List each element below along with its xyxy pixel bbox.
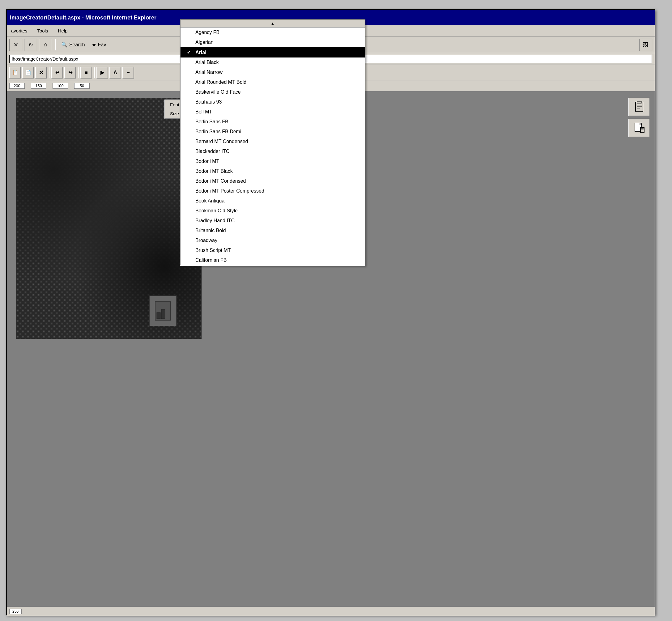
- font-item-broadway[interactable]: Broadway: [180, 236, 365, 245]
- font-item-britannic[interactable]: Britannic Bold: [180, 225, 365, 236]
- font-name-bauhaus: Bauhaus 93: [195, 99, 222, 105]
- redo-btn[interactable]: ↪: [64, 67, 76, 79]
- font-item-bell-mt[interactable]: Bell MT: [180, 107, 365, 117]
- font-label: Font: [170, 102, 179, 107]
- font-name-baskerville: Baskerville Old Face: [195, 89, 241, 95]
- font-item-bernard-mt[interactable]: Bernard MT Condensed: [180, 137, 365, 147]
- copy-btn[interactable]: 📋: [9, 67, 21, 79]
- font-name-bookman: Bookman Old Style: [195, 208, 238, 214]
- font-name-agency-fb: Agency FB: [195, 30, 219, 35]
- font-item-baskerville[interactable]: Baskerville Old Face: [180, 87, 365, 97]
- delete-btn[interactable]: ✕: [35, 67, 47, 79]
- font-name-berlin-sans-fb-demi: Berlin Sans FB Demi: [195, 129, 241, 134]
- font-item-brush-script[interactable]: Brush Script MT: [180, 245, 365, 255]
- thumbnail-icon: [154, 300, 172, 322]
- ruler-mark-100: 100: [52, 83, 68, 89]
- font-name-bodoni-mt-poster: Bodoni MT Poster Compressed: [195, 188, 264, 194]
- font-name-berlin-sans-fb: Berlin Sans FB: [195, 119, 228, 125]
- font-name-arial: Arial: [195, 50, 207, 55]
- font-name-bell-mt: Bell MT: [195, 109, 212, 115]
- doc-icon: [633, 122, 645, 134]
- minus-btn[interactable]: −: [122, 67, 134, 79]
- font-check-arial: ✓: [187, 49, 193, 55]
- scroll-up-icon: ▲: [270, 21, 275, 26]
- bottom-ruler-value: 250: [9, 609, 22, 614]
- font-item-bradley-hand[interactable]: Bradley Hand ITC: [180, 216, 365, 225]
- font-item-blackadder[interactable]: Blackadder ITC: [180, 147, 365, 156]
- fill-btn[interactable]: ■: [80, 67, 92, 79]
- right-clipboard-btn[interactable]: [628, 98, 650, 116]
- font-name-bodoni-mt: Bodoni MT: [195, 159, 219, 164]
- select-btn[interactable]: ▶: [96, 67, 108, 79]
- svg-rect-2: [161, 309, 165, 319]
- font-flyout-scroll-up[interactable]: ▲: [180, 20, 365, 28]
- font-name-bernard-mt: Bernard MT Condensed: [195, 139, 248, 144]
- font-name-bradley-hand: Bradley Hand ITC: [195, 218, 235, 223]
- size-label: Size: [170, 111, 179, 116]
- font-name-broadway: Broadway: [195, 238, 217, 243]
- font-item-berlin-sans-fb[interactable]: Berlin Sans FB: [180, 117, 365, 127]
- ruler-mark-200: 200: [9, 83, 25, 89]
- font-flyout: ▲ Agency FB Algerian ✓ Arial Arial Black…: [180, 19, 365, 266]
- paste-btn[interactable]: 📄: [22, 67, 34, 79]
- stop-button[interactable]: ✕: [9, 39, 22, 51]
- search-label: Search: [69, 42, 85, 48]
- fav-label: Fav: [98, 42, 106, 48]
- font-name-bodoni-mt-condensed: Bodoni MT Condensed: [195, 178, 246, 184]
- font-name-arial-rounded: Arial Rounded MT Bold: [195, 79, 246, 85]
- font-item-arial-rounded[interactable]: Arial Rounded MT Bold: [180, 77, 365, 87]
- font-name-arial-black: Arial Black: [195, 60, 219, 65]
- font-item-bookman[interactable]: Bookman Old Style: [180, 206, 365, 216]
- search-icon: 🔍: [61, 42, 68, 48]
- menu-tools[interactable]: Tools: [36, 28, 50, 34]
- clipboard-icon: [633, 101, 645, 113]
- font-item-bodoni-mt[interactable]: Bodoni MT: [180, 156, 365, 166]
- font-name-blackadder: Blackadder ITC: [195, 149, 229, 154]
- font-name-bodoni-mt-black: Bodoni MT Black: [195, 168, 233, 174]
- home-button[interactable]: ⌂: [39, 39, 52, 51]
- star-icon: ★: [92, 42, 96, 48]
- font-name-arial-narrow: Arial Narrow: [195, 70, 222, 75]
- ruler-mark-50: 50: [74, 83, 90, 89]
- text-btn[interactable]: A: [110, 67, 121, 79]
- font-item-arial-black[interactable]: Arial Black: [180, 57, 365, 68]
- svg-rect-1: [157, 313, 160, 319]
- canvas-thumbnail-inner: [150, 296, 176, 326]
- right-doc-btn[interactable]: [628, 119, 650, 137]
- bottom-ruler: 250: [7, 607, 655, 616]
- font-item-bodoni-mt-poster[interactable]: Bodoni MT Poster Compressed: [180, 186, 365, 196]
- svg-rect-4: [637, 101, 641, 103]
- font-name-brush-script: Brush Script MT: [195, 248, 231, 253]
- font-item-bauhaus[interactable]: Bauhaus 93: [180, 97, 365, 107]
- font-name-book-antiqua: Book Antiqua: [195, 198, 224, 204]
- canvas-thumbnail[interactable]: [149, 295, 177, 326]
- font-item-arial[interactable]: ✓ Arial: [180, 47, 365, 57]
- font-item-bodoni-mt-black[interactable]: Bodoni MT Black: [180, 166, 365, 176]
- font-item-book-antiqua[interactable]: Book Antiqua: [180, 196, 365, 206]
- right-toolbar: [627, 98, 652, 137]
- menu-favorites[interactable]: avorites: [9, 28, 29, 34]
- media-button[interactable]: 🖼: [639, 39, 652, 51]
- undo-btn[interactable]: ↩: [51, 67, 63, 79]
- refresh-button[interactable]: ↻: [24, 39, 37, 51]
- app-toolbar: 📋 📄 ✕ ↩ ↪ ■ ▶ A − Font ▶ Size ▶ ▲: [7, 65, 655, 80]
- font-item-californian-fb[interactable]: Californian FB: [180, 255, 365, 265]
- font-item-agency-fb[interactable]: Agency FB: [180, 28, 365, 37]
- font-name-algerian: Algerian: [195, 40, 214, 45]
- font-name-californian-fb: Californian FB: [195, 257, 226, 263]
- ruler-mark-150: 150: [31, 83, 46, 89]
- window-title: ImageCreator/Default.aspx - Microsoft In…: [10, 14, 157, 21]
- font-item-bodoni-mt-condensed[interactable]: Bodoni MT Condensed: [180, 176, 365, 186]
- font-name-britannic: Britannic Bold: [195, 228, 226, 233]
- font-item-berlin-sans-fb-demi[interactable]: Berlin Sans FB Demi: [180, 127, 365, 137]
- toolbar-separator: [55, 39, 56, 50]
- menu-help[interactable]: Help: [56, 28, 70, 34]
- canvas-area[interactable]: [16, 98, 202, 339]
- favorites-button[interactable]: ★ Fav: [89, 41, 109, 49]
- browser-window: ImageCreator/Default.aspx - Microsoft In…: [6, 9, 655, 615]
- font-item-arial-narrow[interactable]: Arial Narrow: [180, 68, 365, 77]
- font-item-algerian[interactable]: Algerian: [180, 37, 365, 47]
- search-button[interactable]: 🔍 Search: [59, 41, 87, 49]
